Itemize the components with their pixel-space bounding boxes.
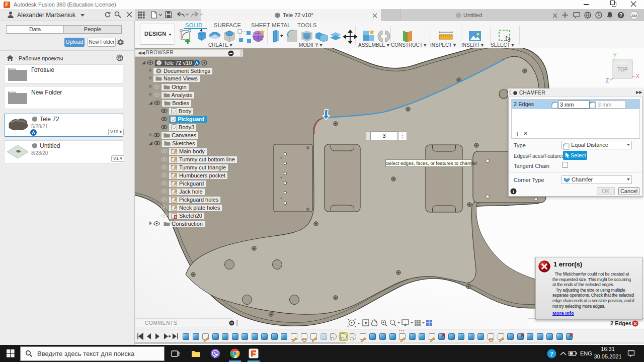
svg-text:Z: Z — [606, 78, 609, 83]
svg-text:AM: AM — [631, 14, 637, 18]
svg-text:X: X — [636, 73, 639, 79]
svg-text:TOP: TOP — [617, 67, 628, 72]
svg-text:?: ? — [619, 13, 622, 18]
svg-text:Y: Y — [613, 53, 617, 58]
svg-text:?: ? — [550, 350, 553, 357]
svg-text:F: F — [5, 2, 8, 8]
